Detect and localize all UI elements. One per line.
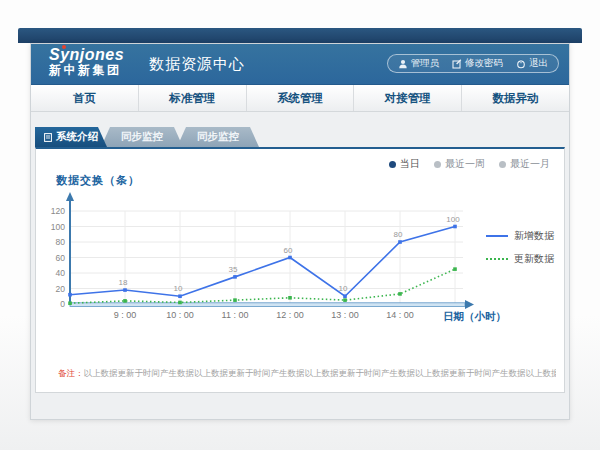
page-title: 数据资源中心 <box>149 44 245 85</box>
svg-text:120: 120 <box>51 206 65 216</box>
user-label: 管理员 <box>411 57 440 70</box>
nav-item-data-changes[interactable]: 数据异动 <box>461 85 569 111</box>
svg-text:12 : 00: 12 : 00 <box>276 310 304 320</box>
tab-sync-monitor-2[interactable]: 同步监控 <box>177 127 259 147</box>
user-toolbar: 管理员 修改密码 退出 <box>387 54 560 73</box>
svg-text:日期（小时）: 日期（小时） <box>443 310 506 323</box>
nav-item-system-mgmt[interactable]: 系统管理 <box>246 85 354 111</box>
nav-item-docking-mgmt[interactable]: 对接管理 <box>353 85 461 111</box>
tab-label: 系统介绍 <box>56 130 98 144</box>
footnote-text: 以上数据更新于时间产生数据以上数据更新于时间产生数据以上数据更新于时间产生数据以… <box>84 368 557 378</box>
brand-logo-text: Synjones <box>49 47 124 64</box>
legend-line-sample-dotted <box>486 258 508 260</box>
power-icon <box>516 59 526 69</box>
chart-legend: 新增数据 更新数据 <box>486 229 554 266</box>
logout-label: 退出 <box>529 57 548 70</box>
edit-icon <box>452 59 462 69</box>
svg-text:13 : 00: 13 : 00 <box>331 310 359 320</box>
window-top-band <box>18 28 582 43</box>
content-area: 系统介绍 同步监控 同步监控 当日 最近一周 <box>31 112 569 420</box>
change-password-button[interactable]: 修改密码 <box>452 57 503 70</box>
radio-label: 当日 <box>400 157 420 171</box>
tab-bar: 系统介绍 同步监控 同步监控 <box>35 127 259 147</box>
svg-text:10: 10 <box>339 284 348 293</box>
svg-text:10 : 00: 10 : 00 <box>166 310 194 320</box>
tab-label: 同步监控 <box>197 130 239 144</box>
radio-label: 最近一月 <box>510 157 550 171</box>
svg-text:80: 80 <box>56 237 66 247</box>
current-user-button[interactable]: 管理员 <box>398 57 440 70</box>
radio-label: 最近一周 <box>445 157 485 171</box>
time-range-filter: 当日 最近一周 最近一月 <box>389 157 550 171</box>
user-icon <box>398 59 408 69</box>
app-header: Synjones 新中新集团 数据资源中心 管理员 修改密码 <box>31 44 569 85</box>
legend-label: 更新数据 <box>514 252 554 266</box>
svg-text:20: 20 <box>56 284 66 294</box>
svg-text:60: 60 <box>56 253 66 263</box>
change-password-label: 修改密码 <box>465 57 503 70</box>
legend-line-sample-solid <box>486 235 508 237</box>
chart-panel: 当日 最近一周 最近一月 数据交换（条） 0204060801001209 : … <box>35 147 565 393</box>
svg-text:0: 0 <box>60 299 65 309</box>
logo-red-dot <box>62 45 66 49</box>
svg-text:100: 100 <box>51 222 65 232</box>
svg-text:11 : 00: 11 : 00 <box>222 310 249 320</box>
radio-last-month[interactable]: 最近一月 <box>499 157 550 171</box>
radio-last-week[interactable]: 最近一周 <box>434 157 485 171</box>
footnote-label: 备注： <box>58 368 84 378</box>
legend-label: 新增数据 <box>514 229 554 243</box>
radio-today[interactable]: 当日 <box>389 157 420 171</box>
app-window: Synjones 新中新集团 数据资源中心 管理员 修改密码 <box>30 43 570 420</box>
footnote: 备注：以上数据更新于时间产生数据以上数据更新于时间产生数据以上数据更新于时间产生… <box>58 368 556 380</box>
legend-new-data: 新增数据 <box>486 229 554 243</box>
svg-text:14 : 00: 14 : 00 <box>386 310 414 320</box>
chart-y-axis-title: 数据交换（条） <box>56 173 140 188</box>
tab-label: 同步监控 <box>121 130 163 144</box>
logout-button[interactable]: 退出 <box>516 57 548 70</box>
main-nav: 首页 标准管理 系统管理 对接管理 数据异动 <box>31 85 569 112</box>
svg-text:100: 100 <box>446 215 460 224</box>
brand-logo: Synjones 新中新集团 <box>49 47 124 76</box>
nav-item-standard-mgmt[interactable]: 标准管理 <box>138 85 246 111</box>
radio-dot <box>389 161 396 168</box>
document-icon <box>44 133 52 142</box>
tab-sync-monitor-1[interactable]: 同步监控 <box>101 127 183 147</box>
svg-text:35: 35 <box>229 265 238 274</box>
svg-text:18: 18 <box>119 278 128 287</box>
svg-text:9 : 00: 9 : 00 <box>114 310 137 320</box>
radio-dot <box>434 161 441 168</box>
legend-updated-data: 更新数据 <box>486 252 554 266</box>
svg-text:80: 80 <box>394 230 403 239</box>
data-exchange-line-chart: 0204060801001209 : 0010 : 0011 : 0012 : … <box>46 189 556 349</box>
svg-text:60: 60 <box>284 246 293 255</box>
svg-text:10: 10 <box>174 284 183 293</box>
brand-logo-subtitle: 新中新集团 <box>49 64 124 77</box>
nav-item-home[interactable]: 首页 <box>31 85 138 111</box>
radio-dot <box>499 161 506 168</box>
svg-text:40: 40 <box>56 268 66 278</box>
tab-system-intro[interactable]: 系统介绍 <box>35 127 107 147</box>
